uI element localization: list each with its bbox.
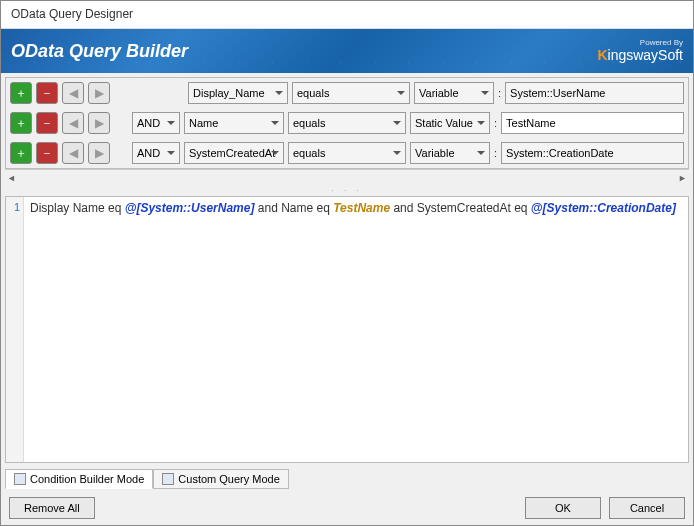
- separator: :: [494, 117, 497, 129]
- scroll-right-icon[interactable]: ►: [678, 173, 687, 183]
- move-left-button: ◀: [62, 112, 84, 134]
- field-dropdown[interactable]: Name: [184, 112, 284, 134]
- query-preview: 1 Display Name eq @[System::UserName] an…: [5, 196, 689, 463]
- condition-builder: ＋－◀▶Display_NameequalsVariable:System::U…: [5, 77, 689, 169]
- tab-label: Condition Builder Mode: [30, 473, 144, 485]
- remove-condition-button[interactable]: －: [36, 112, 58, 134]
- text-token: and SystemCreatedAt eq: [390, 201, 531, 215]
- condition-row: ＋－◀▶ANDNameequalsStatic Value:TestName: [6, 108, 688, 138]
- text-token: Display Name eq: [30, 201, 125, 215]
- add-condition-button[interactable]: ＋: [10, 112, 32, 134]
- remove-condition-button[interactable]: －: [36, 142, 58, 164]
- move-left-button: ◀: [62, 82, 84, 104]
- field-dropdown[interactable]: SystemCreatedAt: [184, 142, 284, 164]
- horizontal-scrollbar[interactable]: ◄ ►: [5, 169, 689, 185]
- banner: OData Query Builder Powered By KingswayS…: [1, 29, 693, 73]
- remove-all-button[interactable]: Remove All: [9, 497, 95, 519]
- text-token: and Name eq: [254, 201, 333, 215]
- move-right-button: ▶: [88, 112, 110, 134]
- query-text: Display Name eq @[System::UserName] and …: [24, 197, 688, 462]
- powered-by-label: Powered By: [597, 39, 683, 48]
- ok-button[interactable]: OK: [525, 497, 601, 519]
- value-type-dropdown[interactable]: Variable: [410, 142, 490, 164]
- cursor-icon: [14, 473, 26, 485]
- logic-dropdown[interactable]: AND: [132, 142, 180, 164]
- value-input: System::UserName: [505, 82, 684, 104]
- cancel-button[interactable]: Cancel: [609, 497, 685, 519]
- value-type-dropdown[interactable]: Variable: [414, 82, 494, 104]
- tab-custom-query[interactable]: Custom Query Mode: [153, 469, 288, 489]
- condition-row: ＋－◀▶ANDSystemCreatedAtequalsVariable:Sys…: [6, 138, 688, 168]
- add-condition-button[interactable]: ＋: [10, 82, 32, 104]
- brand-rest: ingswaySoft: [608, 47, 683, 63]
- operator-dropdown[interactable]: equals: [288, 112, 406, 134]
- move-right-button: ▶: [88, 142, 110, 164]
- banner-heading: OData Query Builder: [11, 41, 188, 62]
- operator-dropdown[interactable]: equals: [292, 82, 410, 104]
- operator-dropdown[interactable]: equals: [288, 142, 406, 164]
- brand-logo: Powered By KingswaySoft: [597, 39, 683, 63]
- add-condition-button[interactable]: ＋: [10, 142, 32, 164]
- value-input[interactable]: TestName: [501, 112, 684, 134]
- logic-dropdown[interactable]: AND: [132, 112, 180, 134]
- line-gutter: 1: [6, 197, 24, 462]
- remove-condition-button[interactable]: －: [36, 82, 58, 104]
- tab-label: Custom Query Mode: [178, 473, 279, 485]
- condition-row: ＋－◀▶Display_NameequalsVariable:System::U…: [6, 78, 688, 108]
- field-dropdown[interactable]: Display_Name: [188, 82, 288, 104]
- variable-token: @[System::UserName]: [125, 201, 255, 215]
- document-icon: [162, 473, 174, 485]
- move-left-button: ◀: [62, 142, 84, 164]
- splitter-handle[interactable]: · · ·: [1, 186, 693, 195]
- value-type-dropdown[interactable]: Static Value: [410, 112, 490, 134]
- tab-condition-builder[interactable]: Condition Builder Mode: [5, 469, 153, 489]
- literal-token: TestName: [333, 201, 390, 215]
- window-title: OData Query Designer: [1, 1, 693, 29]
- separator: :: [498, 87, 501, 99]
- scroll-left-icon[interactable]: ◄: [7, 173, 16, 183]
- move-right-button: ▶: [88, 82, 110, 104]
- footer: Remove All OK Cancel: [1, 491, 693, 525]
- variable-token: @[System::CreationDate]: [531, 201, 676, 215]
- brand-k: K: [597, 47, 607, 63]
- separator: :: [494, 147, 497, 159]
- value-input: System::CreationDate: [501, 142, 684, 164]
- mode-tabs: Condition Builder Mode Custom Query Mode: [5, 465, 689, 489]
